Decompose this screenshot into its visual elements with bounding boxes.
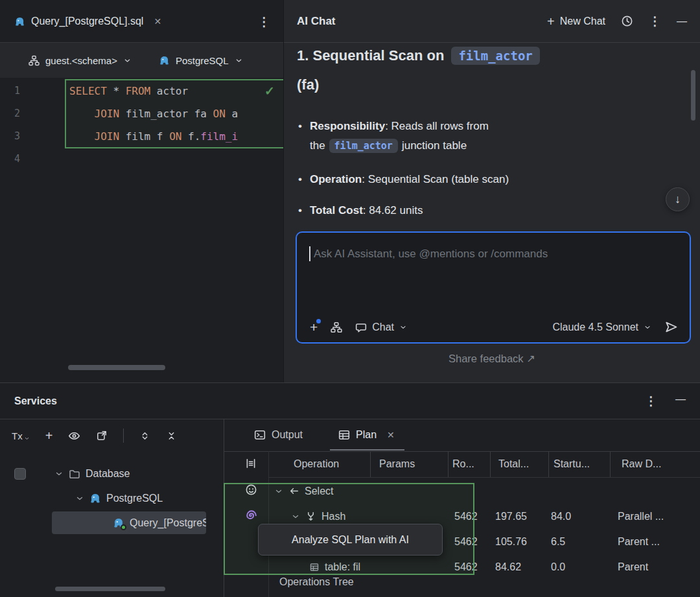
expand-all-icon[interactable] <box>139 430 150 441</box>
chevron-down-icon <box>644 323 651 331</box>
code-line-3[interactable]: JOIN film f ON f.film_i <box>69 125 238 148</box>
minimize-icon[interactable]: — <box>675 393 686 405</box>
model-selector[interactable]: Claude 4.5 Sonnet <box>552 322 651 333</box>
datasource-selector[interactable]: PostgreSQL <box>159 55 243 66</box>
column-header-startup[interactable]: Startu... <box>554 451 590 477</box>
add-datasource-icon[interactable]: + <box>45 430 53 441</box>
tree-item-query-file[interactable]: Query_[PostgreS <box>113 511 206 535</box>
services-options-kebab-icon[interactable]: ⋮ <box>645 393 657 408</box>
chat-options-kebab-icon[interactable]: ⋮ <box>649 14 661 29</box>
column-header-operation[interactable]: Operation <box>294 451 339 477</box>
inspection-ok-check-icon[interactable]: ✓ <box>264 80 275 102</box>
cell-startup: 6.5 <box>551 529 565 554</box>
ai-response-heading-cont: (fa) <box>297 76 319 93</box>
tab-plan[interactable]: Plan ✕ <box>338 419 395 451</box>
column-header-rows[interactable]: Ro... <box>452 451 474 477</box>
open-in-new-icon[interactable] <box>96 430 108 441</box>
tab-close-icon[interactable]: ✕ <box>154 16 161 27</box>
postgresql-icon <box>14 16 25 27</box>
chat-bubble-icon <box>355 322 367 333</box>
minimize-icon[interactable]: — <box>677 16 687 27</box>
folder-icon <box>69 468 80 480</box>
scroll-to-bottom-button[interactable]: ↓ <box>666 187 690 211</box>
send-button[interactable] <box>664 320 678 334</box>
chevron-down-icon <box>123 56 132 65</box>
input-placeholder: Ask AI Assistant, use @mentions or /comm… <box>314 248 548 261</box>
eye-icon[interactable] <box>68 430 80 442</box>
postgresql-icon <box>89 493 101 504</box>
column-divider[interactable] <box>448 451 449 477</box>
code-chip: film_actor <box>329 139 398 153</box>
chevron-down-icon <box>75 494 84 503</box>
model-label: Claude 4.5 Sonnet <box>552 322 638 333</box>
text-representation-icon[interactable] <box>244 456 258 471</box>
editor-tab-bar: Query_[PostgreSQL].sql ✕ ⋮ <box>0 0 283 43</box>
ai-chat-header: AI Chat + New Chat ⋮ — <box>284 0 700 43</box>
panel-title: Services <box>14 383 57 419</box>
editor-options-kebab-icon[interactable]: ⋮ <box>258 14 270 29</box>
column-divider[interactable] <box>610 451 611 477</box>
tree-item-database[interactable]: Database <box>54 462 130 486</box>
cell-rawdata: Parent <box>618 554 648 579</box>
column-header-total[interactable]: Total... <box>498 451 529 477</box>
line-number: 4 <box>14 148 20 170</box>
mode-selector[interactable]: Chat <box>355 322 407 333</box>
editor-tab-query-sql[interactable]: Query_[PostgreSQL].sql ✕ <box>14 0 161 43</box>
column-divider[interactable] <box>548 451 549 477</box>
cell-rawdata: Parallel ... <box>618 504 664 529</box>
column-header-rawdata[interactable]: Raw D... <box>622 451 661 477</box>
tree-item-postgresql[interactable]: PostgreSQL <box>75 486 163 511</box>
postgresql-icon <box>159 55 170 66</box>
column-header-params[interactable]: Params <box>379 451 415 477</box>
share-feedback-link[interactable]: Share feedback ↗ <box>284 353 700 365</box>
add-context-button[interactable]: + <box>310 322 318 333</box>
terminal-icon <box>254 429 266 441</box>
cell-startup: 0.0 <box>551 554 565 579</box>
cell-startup: 84.0 <box>551 504 571 529</box>
notification-dot <box>316 319 321 323</box>
tooltip-label: Analyze SQL Plan with AI <box>292 534 409 546</box>
code-editor[interactable]: 1 2 3 4 SELECT * FROM actor JOIN film_ac… <box>0 78 283 382</box>
tab-close-icon[interactable]: ✕ <box>387 430 395 440</box>
table-icon <box>338 429 350 441</box>
input-controls: + Chat Claude 4.5 Sonnet <box>310 320 678 334</box>
bullet-operation: • Operation: Sequential Scan (table scan… <box>298 170 583 189</box>
editor-toolbar: guest.<schema> PostgreSQL <box>0 43 283 78</box>
collapse-all-icon[interactable] <box>166 430 177 441</box>
divider <box>123 428 124 443</box>
code-line-1[interactable]: SELECT * FROM actor <box>69 80 188 102</box>
new-chat-button[interactable]: + New Chat <box>547 16 605 27</box>
line-number: 1 <box>14 80 20 102</box>
chevron-down-icon <box>24 436 30 441</box>
column-divider[interactable] <box>370 451 371 477</box>
chevron-down-icon <box>235 56 243 65</box>
schema-icon <box>29 55 40 66</box>
horizontal-scrollbar[interactable] <box>68 365 165 370</box>
arrow-down-icon: ↓ <box>675 193 681 206</box>
history-clock-icon[interactable] <box>621 15 633 27</box>
vertical-scrollbar[interactable] <box>691 70 695 121</box>
horizontal-scrollbar[interactable] <box>55 587 165 591</box>
ide-window: Query_[PostgreSQL].sql ✕ ⋮ guest.<schema… <box>0 0 700 597</box>
bullet-total-cost: • Total Cost: 84.62 units <box>298 201 583 220</box>
schema-selector[interactable]: guest.<schema> <box>29 55 132 66</box>
code-line-2[interactable]: JOIN film_actor fa ON a <box>69 102 238 125</box>
bullet-responsibility: • Responsibility: Reads all rows from th… <box>298 117 583 156</box>
cell-total: 197.65 <box>495 504 527 529</box>
heading-text: 1. Sequential Scan on <box>297 47 444 64</box>
column-divider[interactable] <box>490 451 491 477</box>
divider <box>268 477 700 478</box>
arrow-ne-icon: ↗ <box>526 353 535 364</box>
plus-icon: + <box>547 16 555 27</box>
tab-label: Output <box>272 429 303 441</box>
tab-output[interactable]: Output <box>254 419 303 451</box>
postgresql-icon <box>113 517 124 529</box>
checkbox[interactable] <box>14 468 26 480</box>
ai-prompt-input[interactable]: Ask AI Assistant, use @mentions or /comm… <box>296 231 691 344</box>
running-status-dot <box>121 524 126 530</box>
panel-title: AI Chat <box>297 15 336 28</box>
bullet-dot: • <box>298 201 302 220</box>
tree-item-label: PostgreSQL <box>106 493 163 504</box>
transaction-mode-button[interactable]: Tx <box>12 430 30 441</box>
attach-schema-icon[interactable] <box>331 322 342 333</box>
